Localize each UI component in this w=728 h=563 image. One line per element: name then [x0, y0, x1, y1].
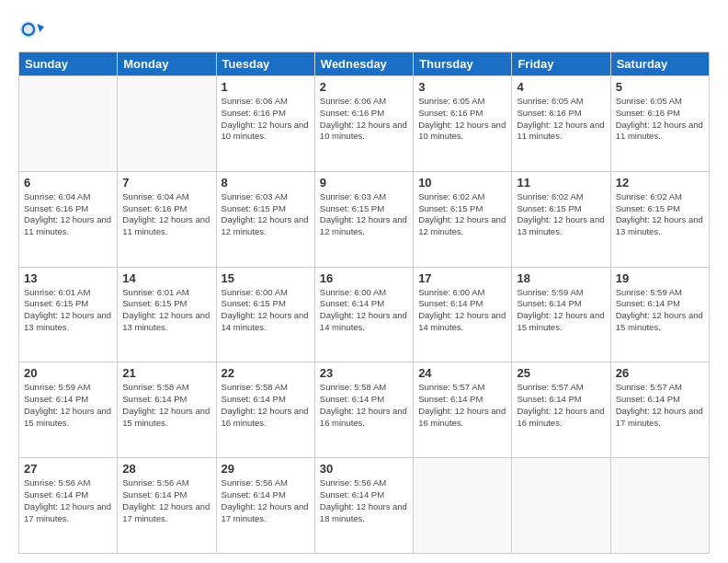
day-number: 10 — [418, 176, 506, 190]
calendar-cell: 10Sunrise: 6:02 AM Sunset: 6:15 PM Dayli… — [414, 171, 512, 267]
day-info: Sunrise: 6:05 AM Sunset: 6:16 PM Dayligh… — [418, 96, 506, 143]
day-number: 29 — [222, 462, 310, 476]
calendar-cell: 15Sunrise: 6:00 AM Sunset: 6:15 PM Dayli… — [216, 267, 314, 362]
calendar-table: SundayMondayTuesdayWednesdayThursdayFrid… — [18, 52, 710, 554]
calendar-cell: 28Sunrise: 5:56 AM Sunset: 6:14 PM Dayli… — [118, 458, 216, 554]
calendar-cell: 7Sunrise: 6:04 AM Sunset: 6:16 PM Daylig… — [118, 171, 216, 267]
calendar-cell: 12Sunrise: 6:02 AM Sunset: 6:15 PM Dayli… — [610, 171, 709, 267]
day-info: Sunrise: 5:59 AM Sunset: 6:14 PM Dayligh… — [24, 382, 112, 429]
calendar-cell — [512, 458, 610, 554]
weekday-header-thursday: Thursday — [414, 52, 512, 76]
weekday-header-wednesday: Wednesday — [314, 52, 413, 76]
day-number: 2 — [320, 80, 408, 94]
calendar-cell: 27Sunrise: 5:56 AM Sunset: 6:14 PM Dayli… — [19, 458, 118, 554]
day-number: 6 — [24, 176, 112, 190]
weekday-header-saturday: Saturday — [610, 52, 709, 76]
weekday-header-friday: Friday — [512, 52, 610, 76]
day-number: 7 — [122, 176, 210, 190]
day-info: Sunrise: 5:56 AM Sunset: 6:14 PM Dayligh… — [222, 477, 310, 524]
day-info: Sunrise: 6:00 AM Sunset: 6:14 PM Dayligh… — [320, 287, 408, 334]
svg-marker-2 — [37, 24, 44, 32]
calendar-cell — [19, 76, 118, 172]
day-number: 24 — [418, 366, 506, 380]
week-row-2: 6Sunrise: 6:04 AM Sunset: 6:16 PM Daylig… — [19, 171, 710, 267]
day-number: 23 — [320, 366, 408, 380]
calendar-cell: 26Sunrise: 5:57 AM Sunset: 6:14 PM Dayli… — [610, 362, 709, 458]
day-number: 30 — [320, 462, 408, 476]
day-info: Sunrise: 6:06 AM Sunset: 6:16 PM Dayligh… — [222, 96, 310, 143]
week-row-1: 1Sunrise: 6:06 AM Sunset: 6:16 PM Daylig… — [19, 76, 710, 172]
day-info: Sunrise: 5:57 AM Sunset: 6:14 PM Dayligh… — [616, 382, 704, 429]
day-info: Sunrise: 6:05 AM Sunset: 6:16 PM Dayligh… — [616, 96, 704, 143]
calendar-cell: 16Sunrise: 6:00 AM Sunset: 6:14 PM Dayli… — [314, 267, 413, 362]
day-number: 11 — [517, 176, 605, 190]
day-info: Sunrise: 5:57 AM Sunset: 6:14 PM Dayligh… — [517, 382, 605, 429]
header — [18, 17, 710, 42]
weekday-header-tuesday: Tuesday — [216, 52, 314, 76]
day-info: Sunrise: 5:56 AM Sunset: 6:14 PM Dayligh… — [122, 477, 210, 524]
calendar-cell: 22Sunrise: 5:58 AM Sunset: 6:14 PM Dayli… — [216, 362, 314, 458]
day-number: 27 — [24, 462, 112, 476]
day-info: Sunrise: 5:59 AM Sunset: 6:14 PM Dayligh… — [616, 287, 704, 334]
calendar-cell — [414, 458, 512, 554]
calendar-cell — [118, 76, 216, 172]
day-number: 22 — [222, 366, 310, 380]
calendar-cell: 25Sunrise: 5:57 AM Sunset: 6:14 PM Dayli… — [512, 362, 610, 458]
day-info: Sunrise: 6:03 AM Sunset: 6:15 PM Dayligh… — [320, 191, 408, 238]
day-info: Sunrise: 6:06 AM Sunset: 6:16 PM Dayligh… — [320, 96, 408, 143]
day-number: 26 — [616, 366, 704, 380]
day-number: 9 — [320, 176, 408, 190]
day-number: 25 — [517, 366, 605, 380]
calendar-cell — [610, 458, 709, 554]
calendar-cell: 17Sunrise: 6:00 AM Sunset: 6:14 PM Dayli… — [414, 267, 512, 362]
calendar-cell: 3Sunrise: 6:05 AM Sunset: 6:16 PM Daylig… — [414, 76, 512, 172]
day-info: Sunrise: 6:04 AM Sunset: 6:16 PM Dayligh… — [122, 191, 210, 238]
calendar-cell: 30Sunrise: 5:56 AM Sunset: 6:14 PM Dayli… — [314, 458, 413, 554]
calendar-cell: 13Sunrise: 6:01 AM Sunset: 6:15 PM Dayli… — [19, 267, 118, 362]
calendar-cell: 19Sunrise: 5:59 AM Sunset: 6:14 PM Dayli… — [610, 267, 709, 362]
day-info: Sunrise: 6:01 AM Sunset: 6:15 PM Dayligh… — [24, 287, 112, 334]
calendar-cell: 11Sunrise: 6:02 AM Sunset: 6:15 PM Dayli… — [512, 171, 610, 267]
day-number: 18 — [517, 271, 605, 285]
calendar-cell: 9Sunrise: 6:03 AM Sunset: 6:15 PM Daylig… — [314, 171, 413, 267]
day-number: 12 — [616, 176, 704, 190]
page: SundayMondayTuesdayWednesdayThursdayFrid… — [0, 0, 728, 563]
calendar-cell: 5Sunrise: 6:05 AM Sunset: 6:16 PM Daylig… — [610, 76, 709, 172]
calendar-cell: 18Sunrise: 5:59 AM Sunset: 6:14 PM Dayli… — [512, 267, 610, 362]
week-row-5: 27Sunrise: 5:56 AM Sunset: 6:14 PM Dayli… — [19, 458, 710, 554]
day-number: 13 — [24, 271, 112, 285]
day-info: Sunrise: 6:02 AM Sunset: 6:15 PM Dayligh… — [616, 191, 704, 238]
logo — [18, 17, 48, 42]
day-number: 8 — [222, 176, 310, 190]
day-info: Sunrise: 5:59 AM Sunset: 6:14 PM Dayligh… — [517, 287, 605, 334]
day-info: Sunrise: 5:57 AM Sunset: 6:14 PM Dayligh… — [418, 382, 506, 429]
day-info: Sunrise: 6:02 AM Sunset: 6:15 PM Dayligh… — [418, 191, 506, 238]
calendar-cell: 4Sunrise: 6:05 AM Sunset: 6:16 PM Daylig… — [512, 76, 610, 172]
calendar-cell: 6Sunrise: 6:04 AM Sunset: 6:16 PM Daylig… — [19, 171, 118, 267]
calendar-cell: 23Sunrise: 5:58 AM Sunset: 6:14 PM Dayli… — [314, 362, 413, 458]
day-info: Sunrise: 6:03 AM Sunset: 6:15 PM Dayligh… — [222, 191, 310, 238]
calendar-cell: 8Sunrise: 6:03 AM Sunset: 6:15 PM Daylig… — [216, 171, 314, 267]
day-number: 20 — [24, 366, 112, 380]
day-info: Sunrise: 6:04 AM Sunset: 6:16 PM Dayligh… — [24, 191, 112, 238]
calendar-cell: 1Sunrise: 6:06 AM Sunset: 6:16 PM Daylig… — [216, 76, 314, 172]
day-number: 15 — [222, 271, 310, 285]
week-row-4: 20Sunrise: 5:59 AM Sunset: 6:14 PM Dayli… — [19, 362, 710, 458]
day-info: Sunrise: 6:00 AM Sunset: 6:15 PM Dayligh… — [222, 287, 310, 334]
day-number: 28 — [122, 462, 210, 476]
day-number: 16 — [320, 271, 408, 285]
calendar-cell: 20Sunrise: 5:59 AM Sunset: 6:14 PM Dayli… — [19, 362, 118, 458]
day-info: Sunrise: 5:58 AM Sunset: 6:14 PM Dayligh… — [222, 382, 310, 429]
calendar-cell: 29Sunrise: 5:56 AM Sunset: 6:14 PM Dayli… — [216, 458, 314, 554]
day-info: Sunrise: 5:58 AM Sunset: 6:14 PM Dayligh… — [320, 382, 408, 429]
day-number: 21 — [122, 366, 210, 380]
day-number: 1 — [222, 80, 310, 94]
day-number: 4 — [517, 80, 605, 94]
day-number: 14 — [122, 271, 210, 285]
day-info: Sunrise: 6:02 AM Sunset: 6:15 PM Dayligh… — [517, 191, 605, 238]
day-number: 19 — [616, 271, 704, 285]
day-number: 3 — [418, 80, 506, 94]
logo-icon — [18, 17, 44, 42]
day-number: 5 — [616, 80, 704, 94]
weekday-header-sunday: Sunday — [19, 52, 118, 76]
